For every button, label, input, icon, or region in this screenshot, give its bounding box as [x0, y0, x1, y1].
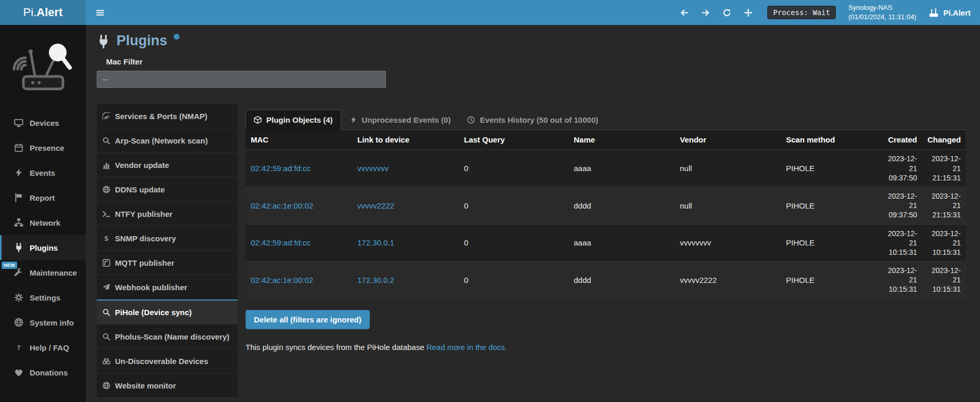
sidebar-item-label: System info	[30, 318, 74, 327]
scan-method-cell: PIHOLE	[781, 187, 880, 224]
column-header-scan-method[interactable]: Scan method	[781, 130, 880, 150]
nav-back-button[interactable]	[680, 8, 689, 17]
nav-forward-button[interactable]	[701, 8, 710, 17]
plugin-item-nmap[interactable]: Services & Ports (NMAP)	[97, 104, 238, 128]
host-name: Synology-NAS	[848, 3, 917, 12]
table-row: 02:42:59:ad:fd:cc 172.30.0.1 0 aaaa vvvv…	[246, 224, 966, 262]
box-icon	[254, 116, 262, 124]
info-badge[interactable]	[174, 34, 179, 40]
new-badge: NEW	[2, 262, 17, 269]
host-info: Synology-NAS (01/01/2024, 11:31:04)	[848, 3, 917, 22]
table-header-row: MAC Link to device Last Query Name Vendo…	[246, 130, 966, 150]
sidebar-item-label: Presence	[30, 144, 65, 152]
column-header-mac[interactable]: MAC	[246, 130, 352, 150]
mac-filter-input[interactable]	[97, 71, 386, 88]
app-logo-text-light: Pi.	[23, 6, 37, 19]
column-header-name[interactable]: Name	[569, 130, 675, 150]
column-header-last-query[interactable]: Last Query	[459, 130, 569, 150]
scan-method-cell: PIHOLE	[781, 150, 880, 187]
last-query-cell: 0	[459, 224, 569, 262]
docs-link[interactable]: Read more in the docs.	[427, 343, 507, 352]
mac-link[interactable]: 02:42:59:ad:fd:cc	[246, 150, 352, 187]
sidebar-item-label: Maintenance	[30, 268, 77, 277]
plugin-description: This plugin syncs devices from the PiHol…	[246, 343, 966, 352]
mqtt-icon	[102, 259, 110, 267]
sidebar-toggle-button[interactable]	[86, 0, 114, 25]
name-cell: dddd	[569, 187, 675, 224]
sidebar-item-label: Network	[30, 218, 60, 227]
main-content: Plugins Mac Filter Services & Ports (NMA…	[86, 25, 980, 402]
plugin-item-label: Services & Ports (NMAP)	[115, 112, 208, 121]
move-button[interactable]	[744, 8, 753, 17]
plugin-item-webhook[interactable]: Webhook publisher	[97, 275, 238, 300]
sidebar-item-system-info[interactable]: System info	[0, 310, 86, 335]
mac-filter-label: Mac Filter	[106, 57, 980, 66]
device-link[interactable]: 172.30.0.2	[352, 262, 459, 299]
topbar: Pi.Alert Process: Wait Synology-NAS (01/…	[0, 0, 980, 25]
tab-label: Events History (50 out of 10000)	[480, 115, 598, 124]
sidebar-item-devices[interactable]: Devices	[0, 110, 86, 135]
tab-unprocessed-events[interactable]: Unprocessed Events (0)	[341, 110, 459, 130]
plugin-item-vendor-update[interactable]: Vendor update	[97, 153, 238, 177]
created-cell: 2023-12-2110:15:31	[880, 224, 922, 262]
plugin-item-ntfy[interactable]: NTFY publisher	[97, 202, 238, 226]
sidebar-item-plugins[interactable]: Plugins	[0, 235, 86, 260]
menu-icon	[96, 8, 105, 17]
app-logo[interactable]: Pi.Alert	[0, 0, 86, 25]
tab-events-history[interactable]: Events History (50 out of 10000)	[459, 110, 607, 130]
sidebar-item-donations[interactable]: Donations	[0, 360, 86, 385]
question-icon: ?	[14, 343, 23, 352]
plugin-item-mqtt[interactable]: MQTT publisher	[97, 251, 238, 275]
radar-icon	[102, 112, 110, 120]
tab-label: Plugin Objects (4)	[266, 115, 333, 124]
plugin-item-undiscoverable[interactable]: Un-Discoverable Devices	[97, 349, 238, 373]
device-link[interactable]: vvvvvvvv	[352, 150, 459, 187]
column-header-changed[interactable]: Changed	[922, 130, 966, 150]
globe-icon	[14, 318, 23, 327]
plugin-item-label: NTFY publisher	[115, 210, 173, 218]
move-icon	[744, 8, 753, 17]
plug-icon	[14, 243, 23, 252]
sidebar-item-settings[interactable]: Settings	[0, 285, 86, 310]
sidebar-item-maintenance[interactable]: NEW Maintenance	[0, 260, 86, 285]
scan-method-cell: PIHOLE	[781, 224, 880, 262]
plugin-item-label: Website monitor	[115, 381, 176, 390]
sidebar-item-presence[interactable]: Presence	[0, 135, 86, 160]
plugin-item-website-monitor[interactable]: Website monitor	[97, 373, 238, 398]
mac-link[interactable]: 02:42:ac:1e:00:02	[246, 187, 352, 224]
sidebar-item-help-faq[interactable]: ? Help / FAQ	[0, 335, 86, 360]
vendor-cell: null	[675, 187, 781, 224]
binoculars-icon	[102, 357, 110, 365]
device-link[interactable]: 172.30.0.1	[352, 224, 459, 262]
refresh-button[interactable]	[723, 8, 731, 17]
tab-plugin-objects[interactable]: Plugin Objects (4)	[246, 110, 341, 130]
mac-link[interactable]: 02:42:59:ad:fd:cc	[246, 224, 352, 262]
plugin-item-pihole[interactable]: PiHole (Device sync)	[97, 300, 238, 325]
sidebar-item-label: Help / FAQ	[30, 343, 69, 352]
plugin-item-label: Arp-Scan (Network scan)	[115, 136, 208, 145]
delete-all-button[interactable]: Delete all (filters are ignored)	[246, 310, 370, 329]
plugin-item-snmp[interactable]: S SNMP discovery	[97, 226, 238, 251]
plugin-item-arp-scan[interactable]: Arp-Scan (Network scan)	[97, 128, 238, 153]
vendor-cell: null	[675, 150, 781, 187]
sidebar-item-network[interactable]: Network	[0, 210, 86, 235]
heart-icon	[14, 368, 23, 377]
column-header-created[interactable]: Created	[880, 130, 922, 150]
device-link[interactable]: vvvvv2222	[352, 187, 459, 224]
bolt-icon	[350, 116, 357, 124]
gear-icon	[14, 293, 23, 302]
sidebar-item-events[interactable]: Events	[0, 160, 86, 185]
name-cell: aaaa	[569, 224, 675, 262]
clock-icon	[467, 116, 475, 124]
plugin-item-ddns-update[interactable]: DDNS update	[97, 177, 238, 202]
sidebar-item-label: Devices	[30, 119, 59, 127]
plugin-item-pholus[interactable]: Pholus-Scan (Name discovery)	[97, 325, 238, 349]
column-header-link-to-device[interactable]: Link to device	[352, 130, 459, 150]
vendor-cell: vvvvvvvv	[675, 224, 781, 262]
mac-link[interactable]: 02:42:ac:1e:00:02	[246, 262, 352, 299]
sidebar-item-report[interactable]: Report	[0, 185, 86, 210]
calendar-icon	[14, 143, 23, 152]
column-header-vendor[interactable]: Vendor	[675, 130, 781, 150]
created-cell: 2023-12-2109:37:50	[880, 150, 922, 187]
host-timestamp: (01/01/2024, 11:31:04)	[848, 12, 917, 22]
